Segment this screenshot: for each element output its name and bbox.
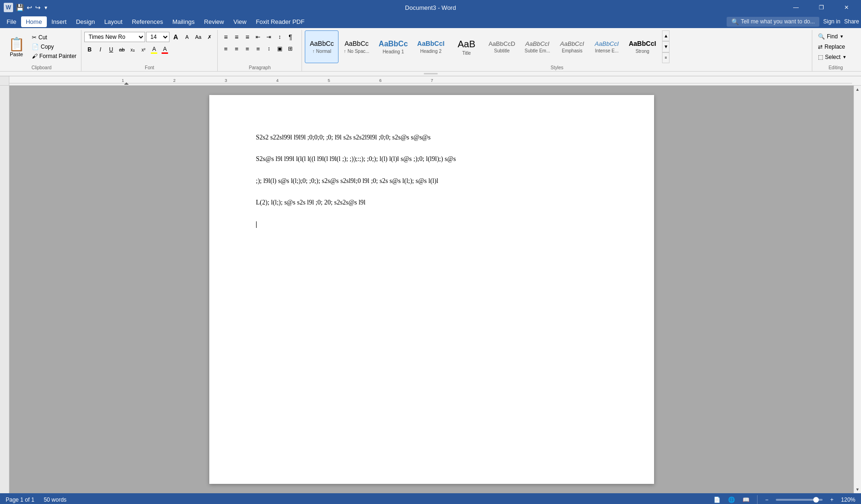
replace-button[interactable]: ⇄ Replace <box>815 42 848 51</box>
menu-design[interactable]: Design <box>71 16 99 27</box>
highlight-swatch: A <box>151 46 157 54</box>
cut-button[interactable]: ✂ Cut <box>30 33 78 42</box>
share-button[interactable]: Share <box>844 18 859 25</box>
scroll-up-button[interactable]: ▲ <box>854 86 861 93</box>
menu-references[interactable]: References <box>127 16 168 27</box>
save-icon[interactable]: 💾 <box>16 4 24 11</box>
status-bar: Page 1 of 1 50 words 📄 🌐 📖 − + 120% <box>0 493 861 504</box>
italic-button[interactable]: I <box>95 44 105 55</box>
zoom-thumb[interactable] <box>813 497 819 503</box>
view-web-icon[interactable]: 🌐 <box>728 497 735 503</box>
format-painter-button[interactable]: 🖌 Format Painter <box>30 52 78 60</box>
paragraph-3[interactable]: ;); l9l(l) s@s l(l;);0; ;0;); s2s@s s2sl… <box>256 176 607 186</box>
align-right-button[interactable]: ≡ <box>242 44 252 54</box>
shading-button[interactable]: ▣ <box>274 44 285 54</box>
menu-foxit[interactable]: Foxit Reader PDF <box>251 16 309 27</box>
document-scroll-area[interactable]: S2s2 s22sl99l l9l9l ;0;0;0; ;0; l9l s2s … <box>9 86 854 493</box>
justify-button[interactable]: ≡ <box>253 44 263 54</box>
svg-text:2: 2 <box>173 78 176 83</box>
menu-layout[interactable]: Layout <box>100 16 127 27</box>
cursor-paragraph[interactable] <box>256 219 607 230</box>
style-item-heading2[interactable]: AaBbCcI Heading 2 <box>413 30 449 63</box>
style-item-normal[interactable]: AaBbCc ↑ Normal <box>305 30 339 63</box>
find-button[interactable]: 🔍 Find ▼ <box>815 32 846 41</box>
customize-qat-icon[interactable]: ▼ <box>44 5 48 10</box>
menu-file[interactable]: File <box>2 16 21 27</box>
style-item-strong[interactable]: AaBbCcI Strong <box>625 30 660 63</box>
view-print-icon[interactable]: 📄 <box>714 497 721 503</box>
align-center-button[interactable]: ≡ <box>231 44 242 54</box>
style-item-subtle-em[interactable]: AaBbCcI Subtle Em... <box>521 30 554 63</box>
tell-me-search[interactable]: 🔍 Tell me what you want to do... <box>727 17 819 27</box>
menu-review[interactable]: Review <box>199 16 229 27</box>
svg-text:3: 3 <box>225 78 227 83</box>
style-item-subtitle[interactable]: AaBbCcD Subtitle <box>484 30 519 63</box>
zoom-plus-button[interactable]: + <box>830 497 833 503</box>
ribbon-group-font: Times New Ro 14 A A Aa ✗ B I U ab x₂ <box>81 30 218 71</box>
cut-icon: ✂ <box>32 34 37 41</box>
find-dropdown-icon[interactable]: ▼ <box>839 34 844 39</box>
close-button[interactable]: ✕ <box>836 0 857 15</box>
numbering-button[interactable]: ≡ <box>231 32 242 42</box>
sign-in-button[interactable]: Sign in <box>823 18 840 25</box>
style-item-emphasis[interactable]: AaBbCcI Emphasis <box>555 30 589 63</box>
menu-mailings[interactable]: Mailings <box>168 16 199 27</box>
menu-bar: File Home Insert Design Layout Reference… <box>0 15 861 28</box>
zoom-minus-button[interactable]: − <box>765 497 768 503</box>
select-icon: ⬚ <box>818 54 823 60</box>
zoom-level[interactable]: 120% <box>841 497 855 503</box>
zoom-slider[interactable] <box>776 499 823 501</box>
undo-icon[interactable]: ↩ <box>27 4 32 11</box>
select-button[interactable]: ⬚ Select ▼ <box>815 52 849 62</box>
paragraph-1[interactable]: S2s2 s22sl99l l9l9l ;0;0;0; ;0; l9l s2s … <box>256 132 607 143</box>
increase-indent-button[interactable]: ⇥ <box>264 32 274 42</box>
page-content[interactable]: S2s2 s22sl99l l9l9l ;0;0;0; ;0; l9l s2s … <box>256 132 607 230</box>
font-color-button[interactable]: A <box>160 44 170 55</box>
paragraph-4[interactable]: L(2); l(l;); s@s s2s l9l ;0; 20; s2s2s@s… <box>256 197 607 208</box>
menu-view[interactable]: View <box>228 16 251 27</box>
font-size-select[interactable]: 14 <box>146 32 169 42</box>
ribbon-collapse-handle[interactable] <box>424 73 438 74</box>
scroll-down-button[interactable]: ▼ <box>854 486 861 493</box>
paste-icon: 📋 <box>9 37 24 51</box>
strikethrough-button[interactable]: ab <box>117 44 127 55</box>
style-item-title[interactable]: AaB Title <box>449 30 483 63</box>
subscript-button[interactable]: x₂ <box>127 44 138 55</box>
styles-scroll-down[interactable]: ▼ <box>662 41 670 52</box>
paragraph-2[interactable]: S2s@s l9l l99l l(l(l l((l l9l(l l9l(l ;)… <box>256 154 607 164</box>
superscript-button[interactable]: x² <box>138 44 148 55</box>
bold-button[interactable]: B <box>84 44 95 55</box>
paste-button[interactable]: 📋 Paste <box>5 33 28 60</box>
style-item-no-spacing[interactable]: AaBbCc ↑ No Spac... <box>339 30 373 63</box>
font-name-select[interactable]: Times New Ro <box>84 32 145 42</box>
bullets-button[interactable]: ≡ <box>221 32 231 42</box>
style-item-intense-e[interactable]: AaBbCcI Intense E... <box>590 30 624 63</box>
line-spacing-button[interactable]: ↕ <box>264 44 274 54</box>
underline-button[interactable]: U <box>106 44 116 55</box>
copy-button[interactable]: 📄 Copy <box>30 43 78 51</box>
menu-home[interactable]: Home <box>21 16 47 27</box>
align-left-button[interactable]: ≡ <box>221 44 231 54</box>
borders-button[interactable]: ⊞ <box>285 44 295 54</box>
redo-icon[interactable]: ↪ <box>35 4 41 11</box>
clear-formatting-button[interactable]: ✗ <box>204 32 214 42</box>
minimize-button[interactable]: — <box>785 0 807 15</box>
grow-font-button[interactable]: A <box>170 32 181 42</box>
style-item-heading1[interactable]: AaBbCc Heading 1 <box>375 30 412 63</box>
multilevel-button[interactable]: ≡ <box>242 32 252 42</box>
styles-scroll-up[interactable]: ▲ <box>662 30 670 41</box>
decrease-indent-button[interactable]: ⇤ <box>253 32 263 42</box>
select-dropdown-icon[interactable]: ▼ <box>842 55 846 59</box>
restore-button[interactable]: ❐ <box>810 0 832 15</box>
shrink-font-button[interactable]: A <box>182 32 192 42</box>
vertical-scrollbar[interactable]: ▲ ▼ <box>854 86 861 493</box>
menu-insert[interactable]: Insert <box>47 16 72 27</box>
view-read-icon[interactable]: 📖 <box>743 497 750 503</box>
show-para-button[interactable]: ¶ <box>285 32 295 42</box>
styles-more[interactable]: ≡ <box>662 52 670 63</box>
svg-text:1: 1 <box>122 78 124 83</box>
sort-button[interactable]: ↕ <box>274 32 285 42</box>
change-case-button[interactable]: Aa <box>193 32 203 42</box>
document-page[interactable]: S2s2 s22sl99l l9l9l ;0;0;0; ;0; l9l s2s … <box>209 95 654 484</box>
text-highlight-button[interactable]: A <box>149 44 159 55</box>
